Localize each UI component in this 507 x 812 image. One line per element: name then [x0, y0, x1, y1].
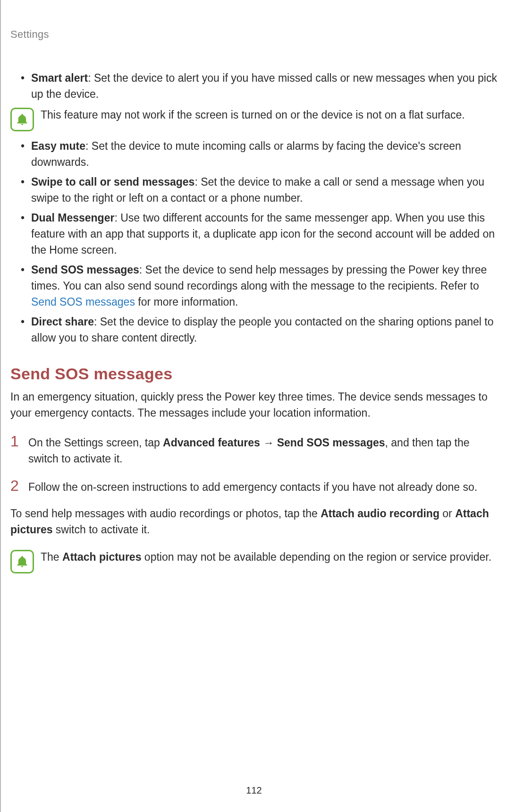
- section-title-send-sos: Send SOS messages: [10, 365, 498, 383]
- page-number: 112: [246, 785, 262, 796]
- feature-title: Swipe to call or send messages: [31, 176, 194, 188]
- bell-icon: [10, 108, 34, 131]
- bell-icon: [10, 550, 34, 573]
- note2-pre: The: [41, 551, 62, 563]
- feature-desc-post: for more information.: [135, 296, 238, 308]
- attach-b1: Attach audio recording: [321, 507, 439, 520]
- note-text: This feature may not work if the screen …: [41, 107, 465, 123]
- feature-list-mid: Easy mute: Set the device to mute incomi…: [10, 138, 498, 346]
- feature-item-dual-messenger: Dual Messenger: Use two different accoun…: [21, 210, 498, 258]
- step1-b1: Advanced features: [163, 436, 260, 449]
- note-text: The Attach pictures option may not be av…: [41, 549, 491, 565]
- feature-title: Send SOS messages: [31, 264, 139, 276]
- feature-title: Dual Messenger: [31, 212, 114, 224]
- arrow-icon: →: [260, 436, 277, 449]
- note-smart-alert: This feature may not work if the screen …: [10, 107, 498, 131]
- feature-desc: : Set the device to alert you if you hav…: [31, 72, 497, 100]
- attach-paragraph: To send help messages with audio recordi…: [10, 505, 498, 538]
- step-1: 1 On the Settings screen, tap Advanced f…: [10, 433, 498, 467]
- note2-b1: Attach pictures: [62, 551, 141, 563]
- step1-pre: On the Settings screen, tap: [28, 436, 163, 449]
- steps-list: 1 On the Settings screen, tap Advanced f…: [10, 433, 498, 495]
- feature-title: Easy mute: [31, 140, 85, 152]
- attach-mid: or: [439, 507, 455, 520]
- step-2: 2 Follow the on-screen instructions to a…: [10, 477, 498, 495]
- feature-item-swipe: Swipe to call or send messages: Set the …: [21, 174, 498, 206]
- feature-desc: : Set the device to display the people y…: [31, 316, 493, 344]
- step-number: 1: [10, 433, 22, 467]
- document-page: Settings Smart alert: Set the device to …: [0, 0, 507, 812]
- step-text: Follow the on-screen instructions to add…: [28, 477, 477, 495]
- feature-item-direct-share: Direct share: Set the device to display …: [21, 314, 498, 346]
- attach-pre: To send help messages with audio recordi…: [10, 507, 321, 520]
- feature-item-send-sos: Send SOS messages: Set the device to sen…: [21, 262, 498, 310]
- note-attach-pictures: The Attach pictures option may not be av…: [10, 549, 498, 573]
- step-text: On the Settings screen, tap Advanced fea…: [28, 433, 498, 467]
- note2-post: option may not be available depending on…: [141, 551, 491, 563]
- feature-item-smart-alert: Smart alert: Set the device to alert you…: [21, 70, 498, 102]
- feature-title: Smart alert: [31, 72, 88, 84]
- feature-list-top: Smart alert: Set the device to alert you…: [10, 70, 498, 102]
- page-header: Settings: [10, 28, 498, 41]
- feature-title: Direct share: [31, 316, 94, 328]
- step-number: 2: [10, 477, 22, 495]
- link-send-sos[interactable]: Send SOS messages: [31, 296, 135, 308]
- attach-post: switch to activate it.: [52, 523, 150, 536]
- feature-desc: : Set the device to mute incoming calls …: [31, 140, 461, 168]
- step1-b2: Send SOS messages: [277, 436, 385, 449]
- section-intro: In an emergency situation, quickly press…: [10, 389, 498, 421]
- feature-item-easy-mute: Easy mute: Set the device to mute incomi…: [21, 138, 498, 170]
